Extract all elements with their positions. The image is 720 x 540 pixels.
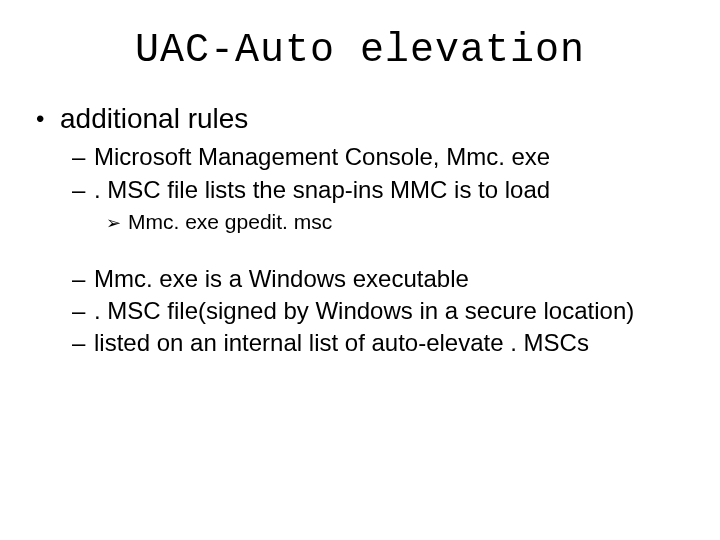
list-item-text: Mmc. exe is a Windows executable [94,265,469,292]
bullet-list-level2-a: Microsoft Management Console, Mmc. exe .… [72,141,690,236]
list-item: . MSC file(signed by Windows in a secure… [72,295,690,327]
list-item: listed on an internal list of auto-eleva… [72,327,690,359]
list-item-text: Microsoft Management Console, Mmc. exe [94,143,550,170]
list-item: Microsoft Management Console, Mmc. exe [72,141,690,173]
list-item: . MSC file lists the snap-ins MMC is to … [72,174,690,237]
vertical-gap [36,239,690,259]
slide: UAC-Auto elevation additional rules Micr… [0,0,720,540]
bullet-main: additional rules Microsoft Management Co… [36,101,690,360]
list-item-text: Mmc. exe gpedit. msc [128,210,332,233]
bullet-list-level2-b: Mmc. exe is a Windows executable . MSC f… [72,263,690,360]
slide-title: UAC-Auto elevation [30,28,690,73]
list-item-text: . MSC file lists the snap-ins MMC is to … [94,176,550,203]
list-item-text: . MSC file(signed by Windows in a secure… [94,297,634,324]
list-item: Mmc. exe is a Windows executable [72,263,690,295]
list-item-text: listed on an internal list of auto-eleva… [94,329,589,356]
list-item: Mmc. exe gpedit. msc [106,208,690,236]
bullet-list-level3: Mmc. exe gpedit. msc [106,208,690,236]
bullet-main-text: additional rules [60,103,248,134]
bullet-list-level1: additional rules Microsoft Management Co… [36,101,690,360]
